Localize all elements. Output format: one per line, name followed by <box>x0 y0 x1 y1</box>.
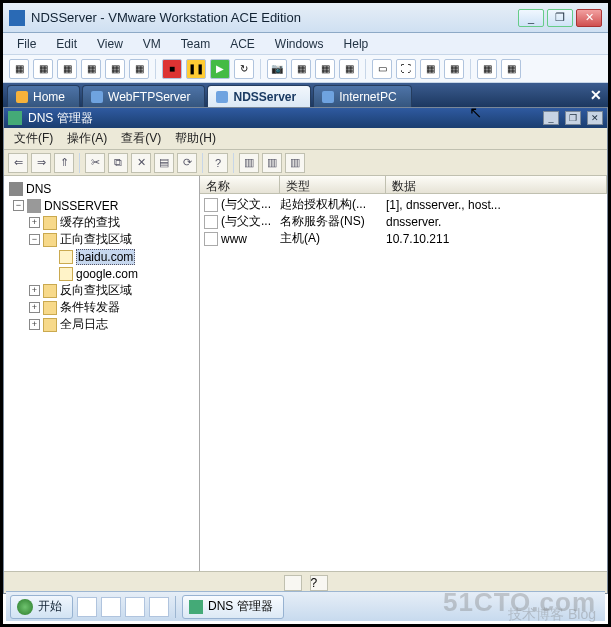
tab-ndsserver[interactable]: NDSServer <box>207 85 311 107</box>
minimize-button[interactable]: _ <box>518 9 544 27</box>
dns-tree[interactable]: DNS −DNSSERVER +缓存的查找 −正向查找区域 baidu.com … <box>4 176 200 571</box>
col-name[interactable]: 名称 <box>200 176 280 193</box>
toolbar-icon[interactable]: ▦ <box>81 59 101 79</box>
quicklaunch-icon[interactable] <box>149 597 169 617</box>
quicklaunch-icon[interactable] <box>77 597 97 617</box>
dns-menu-help[interactable]: 帮助(H) <box>169 128 222 149</box>
window-title: NDSServer - VMware Workstation ACE Editi… <box>31 10 518 25</box>
start-button[interactable]: 开始 <box>10 595 73 619</box>
view-icon[interactable]: ▭ <box>372 59 392 79</box>
close-button[interactable]: ✕ <box>576 9 602 27</box>
stop-icon[interactable]: ■ <box>162 59 182 79</box>
expander-icon[interactable]: − <box>29 234 40 245</box>
menu-ace[interactable]: ACE <box>222 35 263 53</box>
toolbar-icon[interactable]: ▦ <box>315 59 335 79</box>
dns-minimize-button[interactable]: _ <box>543 111 559 125</box>
toolbar-icon[interactable]: ▥ <box>239 153 259 173</box>
record-icon <box>204 198 218 212</box>
toolbar-icon[interactable]: ▦ <box>33 59 53 79</box>
folder-icon <box>43 318 57 332</box>
dns-menu-action[interactable]: 操作(A) <box>61 128 113 149</box>
dns-close-button[interactable]: ✕ <box>587 111 603 125</box>
home-icon <box>16 91 28 103</box>
dns-menu-file[interactable]: 文件(F) <box>8 128 59 149</box>
back-icon[interactable]: ⇐ <box>8 153 28 173</box>
tree-server[interactable]: −DNSSERVER <box>6 197 197 214</box>
taskbar-dns-manager[interactable]: DNS 管理器 <box>182 595 284 619</box>
dns-record-list: 名称 类型 数据 (与父文... 起始授权机构(... [1], dnsserv… <box>200 176 607 571</box>
expander-icon[interactable]: + <box>29 285 40 296</box>
col-data[interactable]: 数据 <box>386 176 607 193</box>
play-icon[interactable]: ▶ <box>210 59 230 79</box>
dns-restore-button[interactable]: ❐ <box>565 111 581 125</box>
toolbar-icon[interactable]: ▦ <box>444 59 464 79</box>
list-row[interactable]: www 主机(A) 10.7.10.211 <box>200 230 607 247</box>
menu-windows[interactable]: Windows <box>267 35 332 53</box>
tree-zone-baidu[interactable]: baidu.com <box>6 248 197 265</box>
pause-icon[interactable]: ❚❚ <box>186 59 206 79</box>
expander-icon[interactable]: + <box>29 302 40 313</box>
menu-edit[interactable]: Edit <box>48 35 85 53</box>
help-icon[interactable]: ? <box>208 153 228 173</box>
snapshot-icon[interactable]: 📷 <box>267 59 287 79</box>
tree-reverse-zones[interactable]: +反向查找区域 <box>6 282 197 299</box>
menu-help[interactable]: Help <box>336 35 377 53</box>
cut-icon[interactable]: ✂ <box>85 153 105 173</box>
refresh-icon[interactable]: ⟳ <box>177 153 197 173</box>
cell-data: dnsserver. <box>386 215 607 229</box>
tab-internetpc[interactable]: InternetPC <box>313 85 411 107</box>
list-body[interactable]: (与父文... 起始授权机构(... [1], dnsserver., host… <box>200 194 607 571</box>
toolbar-icon[interactable]: ▦ <box>477 59 497 79</box>
toolbar-icon[interactable]: ▦ <box>501 59 521 79</box>
tab-close-icon[interactable]: ✕ <box>590 87 602 103</box>
toolbar-icon[interactable]: ▦ <box>291 59 311 79</box>
tree-forward-zones[interactable]: −正向查找区域 <box>6 231 197 248</box>
guest-statusbar: ? <box>4 571 607 593</box>
forward-icon[interactable]: ⇒ <box>31 153 51 173</box>
delete-icon[interactable]: ✕ <box>131 153 151 173</box>
tree-cached-lookups[interactable]: +缓存的查找 <box>6 214 197 231</box>
toolbar-icon[interactable]: ▦ <box>9 59 29 79</box>
copy-icon[interactable]: ⧉ <box>108 153 128 173</box>
tree-global-logs[interactable]: +全局日志 <box>6 316 197 333</box>
menu-vm[interactable]: VM <box>135 35 169 53</box>
toolbar-icon[interactable]: ▥ <box>262 153 282 173</box>
maximize-button[interactable]: ❐ <box>547 9 573 27</box>
properties-icon[interactable]: ▤ <box>154 153 174 173</box>
tree-root-dns[interactable]: DNS <box>6 180 197 197</box>
server-icon <box>27 199 41 213</box>
toolbar-separator <box>79 153 80 173</box>
folder-icon <box>43 301 57 315</box>
expander-icon[interactable]: + <box>29 217 40 228</box>
toolbar-icon[interactable]: ▦ <box>105 59 125 79</box>
toolbar-icon[interactable]: ▦ <box>339 59 359 79</box>
menu-team[interactable]: Team <box>173 35 218 53</box>
toolbar-icon[interactable]: ▦ <box>420 59 440 79</box>
expander-icon[interactable]: + <box>29 319 40 330</box>
toolbar-icon[interactable]: ▦ <box>57 59 77 79</box>
reset-icon[interactable]: ↻ <box>234 59 254 79</box>
help-status-icon[interactable]: ? <box>310 575 328 591</box>
toolbar-icon[interactable]: ▥ <box>285 153 305 173</box>
quicklaunch-icon[interactable] <box>101 597 121 617</box>
menu-file[interactable]: File <box>9 35 44 53</box>
quicklaunch-icon[interactable] <box>125 597 145 617</box>
expander-icon[interactable]: − <box>13 200 24 211</box>
tab-webftpserver[interactable]: WebFTPServer <box>82 85 205 107</box>
col-type[interactable]: 类型 <box>280 176 386 193</box>
menu-view[interactable]: View <box>89 35 131 53</box>
keyboard-icon[interactable] <box>284 575 302 591</box>
window-titlebar: NDSServer - VMware Workstation ACE Editi… <box>3 3 608 33</box>
tree-zone-google[interactable]: google.com <box>6 265 197 282</box>
tree-conditional-forwarders[interactable]: +条件转发器 <box>6 299 197 316</box>
tab-home[interactable]: Home <box>7 85 80 107</box>
toolbar-icon[interactable]: ▦ <box>129 59 149 79</box>
tree-label: DNS <box>26 182 51 196</box>
list-row[interactable]: (与父文... 名称服务器(NS) dnsserver. <box>200 213 607 230</box>
fullscreen-icon[interactable]: ⛶ <box>396 59 416 79</box>
list-row[interactable]: (与父文... 起始授权机构(... [1], dnsserver., host… <box>200 196 607 213</box>
dns-menu-view[interactable]: 查看(V) <box>115 128 167 149</box>
start-orb-icon <box>17 599 33 615</box>
up-icon[interactable]: ⇑ <box>54 153 74 173</box>
dns-toolbar: ⇐ ⇒ ⇑ ✂ ⧉ ✕ ▤ ⟳ ? ▥ ▥ ▥ <box>4 150 607 176</box>
